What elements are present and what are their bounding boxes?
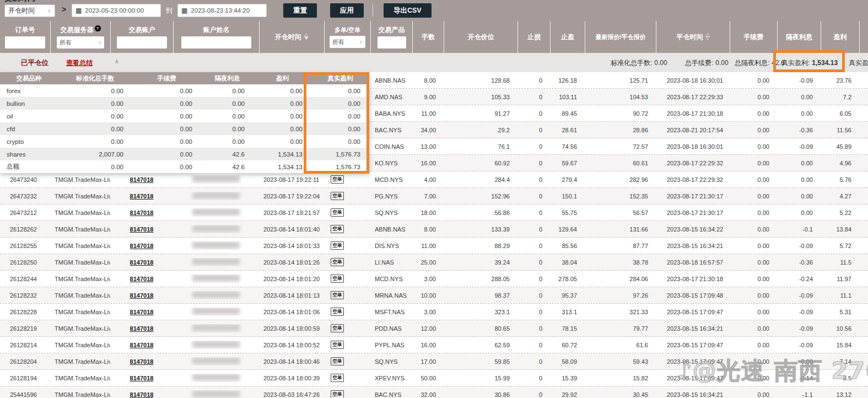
cell-account: 8147018	[110, 226, 173, 233]
cell-stop-loss: 0	[517, 226, 550, 233]
name-filter-input[interactable]	[181, 36, 251, 49]
cell-product: ABNB.NAS	[370, 77, 412, 84]
date-to-box[interactable]: ▦	[177, 4, 267, 17]
order-filter-input[interactable]	[5, 36, 45, 49]
cell-server: TMGM.TradeMax-Liv...	[50, 176, 110, 183]
cell-product: SQ.NYS	[370, 209, 412, 216]
account-link[interactable]: 8147018	[130, 375, 154, 381]
summary-value: 42.6	[201, 151, 254, 158]
cell-commission: 0.00	[730, 176, 777, 183]
cell-commission: 0.00	[730, 160, 777, 166]
cell-product: XPEV.NYS	[370, 375, 412, 381]
summary-row: forex0.000.000.000.000.00	[0, 84, 369, 97]
cell-product: ABNB.NAS	[370, 226, 412, 233]
date-from-input[interactable]	[85, 7, 151, 14]
export-csv-button[interactable]: 导出CSV	[384, 3, 432, 18]
cell-close-time: 2023-08-17 21:30:18	[656, 276, 730, 282]
cell-order: 26128232	[0, 292, 50, 299]
cell-account: 8147018	[110, 243, 173, 249]
account-link[interactable]: 8147018	[130, 358, 154, 365]
cell-open-time: 2023-08-14 18:00:59	[259, 325, 324, 332]
cell-open-time: 2023-08-14 18:00:52	[259, 342, 324, 348]
cell-account: 8147018	[110, 259, 173, 266]
cell-swap: 0.00	[777, 160, 821, 166]
cell-open-price: 288.05	[444, 276, 517, 282]
cell-swap: 0.00	[777, 110, 821, 117]
direction-badge: 空单	[331, 308, 344, 316]
summary-row: oil0.000.000.000.000.00	[0, 110, 369, 122]
account-link[interactable]: 8147018	[130, 342, 154, 348]
cell-swap: -0.09	[777, 358, 821, 365]
view-summary-link[interactable]: 查看总结	[66, 58, 93, 68]
stat-total-swap: 总隔夜利息:42.6	[735, 58, 785, 68]
cell-close-time: 2023-08-17 22:29:32	[656, 176, 730, 183]
sort-open-time-icon[interactable]: △▼	[304, 34, 309, 40]
cell-stop-loss: 0	[517, 127, 550, 133]
account-link[interactable]: 8147018	[130, 176, 154, 183]
account-link[interactable]: 8147018	[130, 209, 154, 216]
cell-account: 8147018	[110, 391, 173, 398]
account-link[interactable]: 8147018	[130, 325, 154, 332]
account-link[interactable]: 8147018	[130, 259, 154, 266]
stats-bar: 已平仓位 查看总结 ∧ 标准化总手数:0.00 总手续费:0.00 总隔夜利息:…	[0, 53, 868, 72]
cell-commission: 0.00	[730, 358, 777, 365]
cell-stop-loss: 0	[517, 276, 550, 282]
col-account: 交易账户	[110, 21, 173, 53]
col-commission: 手续费	[730, 21, 777, 53]
cell-quote: 28.86	[585, 127, 656, 133]
reset-button[interactable]: 重置	[283, 3, 317, 18]
summary-value: 0.00	[311, 88, 369, 94]
cell-account-name	[173, 341, 259, 349]
date-from-box[interactable]: ▦	[72, 4, 161, 17]
cell-swap: -0.1	[777, 226, 821, 233]
summary-value: 0.00	[254, 100, 311, 107]
cell-lots: 7.00	[412, 193, 444, 200]
account-link[interactable]: 8147018	[130, 193, 154, 200]
cell-order: 26128219	[0, 325, 50, 332]
filter-field-select[interactable]: 开仓时间 ∨	[4, 4, 55, 17]
cell-open-time: 2023-08-14 18:00:39	[259, 375, 324, 381]
cell-open-price: 98.37	[444, 292, 517, 299]
cell-account-name	[173, 175, 259, 184]
cell-quote: 104.53	[585, 94, 656, 100]
account-link[interactable]: 8147018	[130, 243, 154, 249]
product-filter-input[interactable]	[378, 36, 406, 49]
account-link[interactable]: 8147018	[130, 276, 154, 282]
summary-value: 1,576.73	[311, 151, 369, 158]
stat-total-lots: 标准化总手数:0.00	[611, 58, 667, 68]
cell-swap: -0.09	[777, 325, 821, 332]
summary-symbol: cfd	[0, 126, 58, 132]
cell-account-name	[173, 192, 259, 200]
cell-profit: 5.22	[821, 209, 859, 216]
cell-close-time: 2023-08-15 16:34:21	[656, 391, 730, 398]
account-link[interactable]: 8147018	[130, 292, 154, 299]
cell-open-price: 133.39	[444, 226, 517, 233]
cell-profit: 11.1	[821, 292, 859, 299]
cell-quote: 284.06	[585, 276, 656, 282]
account-link[interactable]: 8147018	[130, 391, 154, 398]
account-link[interactable]: 8147018	[130, 309, 154, 315]
cell-stop-loss: 0	[517, 309, 550, 315]
summary-symbol: shares	[0, 151, 58, 158]
cell-stop-loss: 0	[517, 292, 550, 299]
cell-quote: 131.66	[585, 226, 656, 233]
direction-filter-select[interactable]: 所有 ∨	[330, 36, 365, 48]
collapse-chevron-icon[interactable]: ∧	[115, 58, 119, 65]
cell-swap: -0.36	[777, 127, 821, 133]
cell-order: 26128228	[0, 309, 50, 315]
server-filter-select[interactable]: 所有 ∨	[57, 36, 105, 49]
account-link[interactable]: 8147018	[130, 226, 154, 233]
cell-profit: 7.2	[821, 94, 859, 100]
date-to-input[interactable]	[191, 7, 257, 14]
col-profit: 盈利	[821, 21, 859, 53]
direction-badge: 空单	[331, 225, 344, 233]
account-filter-input[interactable]	[117, 36, 167, 49]
cell-server: TMGM.TradeMax-Liv...	[50, 209, 110, 216]
cell-lots: 12.00	[412, 325, 444, 332]
cell-take-profit: 95.37	[550, 292, 585, 299]
info-icon[interactable]: ?	[95, 25, 101, 31]
cell-open-time: 2023-08-14 18:00:46	[259, 358, 324, 365]
cell-open-price: 76.1	[444, 143, 517, 150]
apply-button[interactable]: 应用	[330, 3, 364, 18]
sort-close-time-icon[interactable]: △▽	[706, 34, 710, 40]
